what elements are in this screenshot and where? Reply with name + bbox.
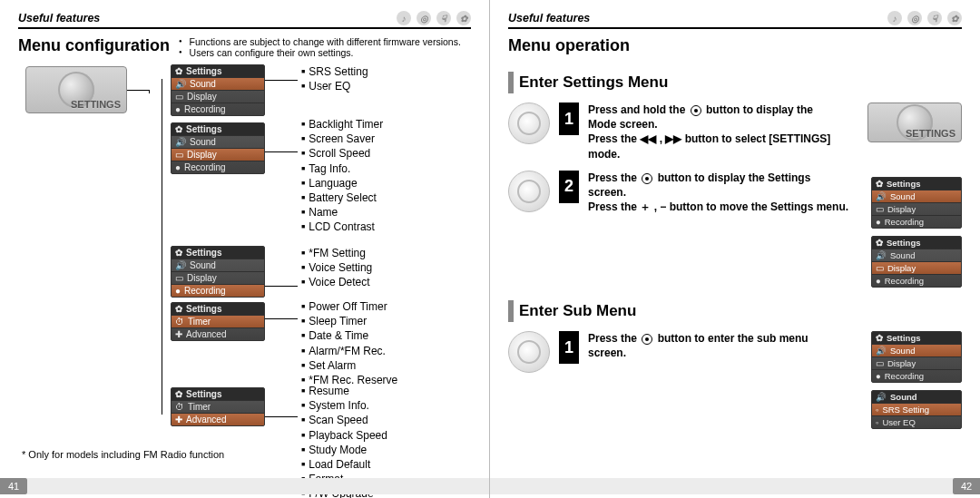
settings-badge-label: SETTINGS <box>906 128 956 139</box>
menu-card-step2a: ✿Settings 🔊Sound ▭Display ●Recording <box>871 177 962 229</box>
gear-icon: ✿ <box>456 11 471 25</box>
menu-card-sound: ✿Settings 🔊Sound ▭Display ●Recording <box>171 64 265 116</box>
step-number: 1 <box>559 103 579 135</box>
page-title: Menu operation <box>508 36 630 55</box>
step-text: Press the button to enter the sub menu s… <box>588 331 808 360</box>
settings-badge: SETTINGS <box>25 66 127 113</box>
step-number: 1 <box>559 331 579 364</box>
section-label: Useful features <box>508 12 590 24</box>
list-recording: *FM Setting Voice Setting Voice Detect <box>301 246 372 290</box>
step-text: Press and hold the button to display the… <box>588 103 849 161</box>
header-icons: ♪ ◎ ☟ ✿ <box>887 11 962 25</box>
menu-card-recording: ✿Settings 🔊Sound ▭Display ●Recording <box>171 246 265 298</box>
step-number: 2 <box>559 171 579 203</box>
center-button-icon <box>691 105 701 116</box>
step-text: Press the button to display the Settings… <box>588 171 848 215</box>
page-left: Useful features ♪ ◎ ☟ ✿ Menu configurati… <box>0 0 490 498</box>
settings-badge: SETTINGS <box>867 103 962 142</box>
list-display: Backlight Timer Screen Saver Scroll Spee… <box>301 117 383 235</box>
center-button-icon <box>642 334 652 345</box>
dial-icon <box>508 171 550 212</box>
menu-card-sub-a: ✿Settings 🔊Sound ▭Display ●Recording <box>871 331 962 383</box>
page-right: Useful features ♪ ◎ ☟ ✿ Menu operation E… <box>490 0 980 498</box>
title-notes: Functions are subject to change with dif… <box>175 36 461 58</box>
menu-card-sub-b: 🔊Sound ◦SRS Setting ◦User EQ <box>871 390 962 429</box>
subheading-submenu: Enter Sub Menu <box>508 300 962 322</box>
header-icons: ♪ ◎ ☟ ✿ <box>397 11 471 25</box>
page-title: Menu configuration <box>18 36 170 55</box>
settings-badge-label: SETTINGS <box>71 99 121 110</box>
swirl-icon: ◎ <box>416 11 431 25</box>
gear-icon: ✿ <box>947 11 962 25</box>
section-label: Useful features <box>18 12 100 24</box>
page-number: 42 <box>953 478 980 494</box>
swirl-icon: ◎ <box>907 11 922 25</box>
page-number: 41 <box>0 478 27 494</box>
center-button-icon <box>642 173 652 184</box>
list-timer: Power Off Timer Sleep Timer Date & Time … <box>301 299 397 387</box>
music-icon: ♪ <box>397 11 411 25</box>
menu-card-advanced: ✿Settings ⏱Timer ✚Advanced <box>171 387 265 426</box>
list-sound: SRS Setting User EQ <box>301 64 368 93</box>
footnote: * Only for models including FM Radio fun… <box>22 449 224 460</box>
menu-card-step2b: ✿Settings 🔊Sound ▭Display ●Recording <box>871 236 962 288</box>
subheading-settings: Enter Settings Menu <box>508 72 962 93</box>
hand-icon: ☟ <box>927 11 942 25</box>
menu-card-timer: ✿Settings ⏱Timer ✚Advanced <box>171 302 265 341</box>
dial-icon <box>508 331 550 373</box>
music-icon: ♪ <box>887 11 902 25</box>
hand-icon: ☟ <box>436 11 451 25</box>
dial-icon <box>508 103 550 144</box>
menu-card-display: ✿Settings 🔊Sound ▭Display ●Recording <box>171 122 265 174</box>
